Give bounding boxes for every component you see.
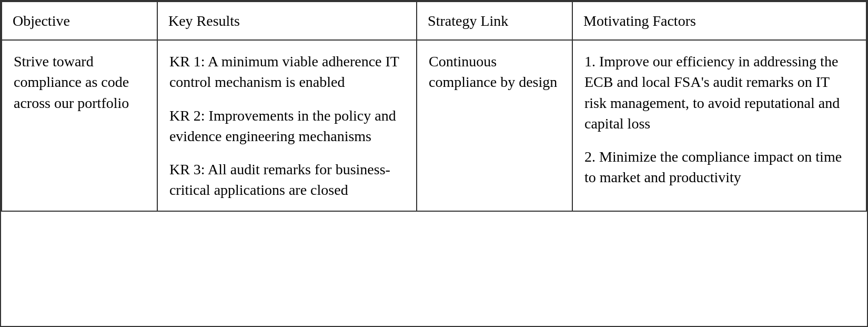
motivating-1-text: 1. Improve our efficiency in addressing …: [584, 53, 840, 132]
motivating-factors-cell: 1. Improve our efficiency in addressing …: [572, 40, 866, 211]
kr-3-block: KR 3: All audit remarks for business-cri…: [169, 159, 405, 200]
strategy-link-cell: Continuous compliance by design: [417, 40, 572, 211]
motivating-1-block: 1. Improve our efficiency in addressing …: [584, 51, 854, 134]
strategy-link-text: Continuous compliance by design: [429, 53, 557, 90]
kr-2-text: KR 2: Improvements in the policy and evi…: [169, 107, 396, 144]
kr-1-block: KR 1: A minimum viable adherence IT cont…: [169, 51, 405, 92]
motivating-2-text: 2. Minimize the compliance impact on tim…: [584, 148, 842, 185]
header-strategy-link: Strategy Link: [417, 2, 572, 40]
kr-3-text: KR 3: All audit remarks for business-cri…: [169, 161, 390, 198]
header-objective: Objective: [2, 2, 157, 40]
kr-1-text: KR 1: A minimum viable adherence IT cont…: [169, 53, 399, 90]
main-table-container: Objective Key Results Strategy Link Moti…: [0, 0, 868, 327]
header-row: Objective Key Results Strategy Link Moti…: [2, 2, 866, 40]
objective-cell: Strive toward compliance as code across …: [2, 40, 157, 211]
key-results-cell: KR 1: A minimum viable adherence IT cont…: [157, 40, 417, 211]
objective-text: Strive toward compliance as code across …: [14, 53, 129, 111]
motivating-2-block: 2. Minimize the compliance impact on tim…: [584, 146, 854, 187]
header-motivating-factors: Motivating Factors: [572, 2, 866, 40]
kr-2-block: KR 2: Improvements in the policy and evi…: [169, 105, 405, 146]
table-row: Strive toward compliance as code across …: [2, 40, 866, 211]
okr-table: Objective Key Results Strategy Link Moti…: [1, 1, 867, 212]
header-key-results: Key Results: [157, 2, 417, 40]
